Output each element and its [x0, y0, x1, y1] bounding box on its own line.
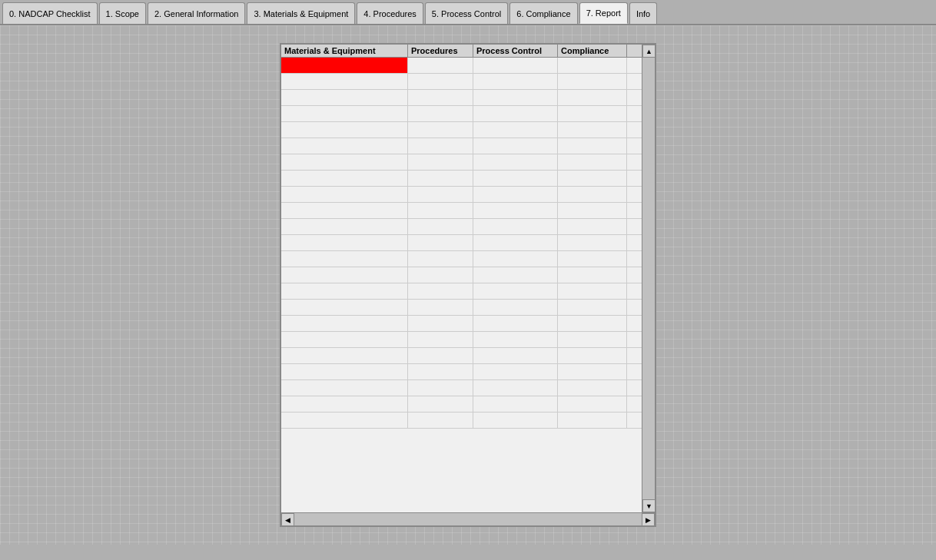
table-row[interactable] — [281, 348, 642, 364]
table-row[interactable] — [281, 283, 642, 300]
tab-procedures[interactable]: 4. Procedures — [357, 2, 423, 24]
table-cell[interactable] — [558, 154, 627, 170]
table-cell[interactable] — [473, 203, 558, 218]
table-cell[interactable] — [558, 187, 627, 202]
table-cell[interactable] — [408, 300, 473, 315]
table-row[interactable] — [281, 251, 642, 267]
table-cell[interactable] — [281, 332, 408, 347]
table-row[interactable] — [281, 74, 642, 90]
scroll-left-button[interactable]: ◀ — [281, 513, 294, 525]
table-cell[interactable] — [281, 90, 408, 105]
table-cell[interactable] — [281, 364, 408, 379]
scroll-track[interactable] — [642, 58, 655, 499]
table-cell[interactable] — [408, 171, 473, 186]
table-cell[interactable] — [473, 332, 558, 347]
table-cell[interactable] — [558, 171, 627, 186]
hscroll-track[interactable] — [294, 513, 642, 525]
table-cell[interactable] — [408, 332, 473, 347]
tab-nadcap-checklist[interactable]: 0. NADCAP Checklist — [2, 2, 98, 24]
table-cell[interactable] — [473, 364, 558, 379]
table-cell[interactable] — [408, 364, 473, 379]
table-cell[interactable] — [558, 300, 627, 315]
table-cell[interactable] — [473, 187, 558, 202]
table-cell[interactable] — [281, 348, 408, 363]
table-row[interactable] — [281, 235, 642, 251]
table-cell[interactable] — [473, 413, 558, 428]
table-cell[interactable] — [408, 122, 473, 138]
table-cell[interactable] — [281, 58, 408, 73]
table-cell[interactable] — [473, 74, 558, 89]
table-cell[interactable] — [281, 138, 408, 154]
table-cell[interactable] — [473, 106, 558, 121]
table-cell[interactable] — [281, 267, 408, 283]
table-cell[interactable] — [281, 251, 408, 267]
table-cell[interactable] — [473, 348, 558, 363]
table-cell[interactable] — [408, 413, 473, 428]
table-cell[interactable] — [558, 122, 627, 138]
table-cell[interactable] — [558, 203, 627, 218]
table-cell[interactable] — [473, 267, 558, 283]
table-row[interactable] — [281, 380, 642, 396]
table-cell[interactable] — [408, 187, 473, 202]
table-cell[interactable] — [558, 380, 627, 396]
table-cell[interactable] — [558, 332, 627, 347]
table-cell[interactable] — [281, 74, 408, 89]
table-cell[interactable] — [558, 413, 627, 428]
table-cell[interactable] — [473, 380, 558, 396]
tab-info[interactable]: Info — [629, 2, 657, 24]
table-cell[interactable] — [473, 219, 558, 234]
table-cell[interactable] — [281, 396, 408, 412]
table-row[interactable] — [281, 396, 642, 413]
table-cell[interactable] — [408, 106, 473, 121]
table-row[interactable] — [281, 300, 642, 316]
table-cell[interactable] — [281, 203, 408, 218]
table-cell[interactable] — [473, 235, 558, 250]
table-cell[interactable] — [408, 251, 473, 267]
table-cell[interactable] — [558, 90, 627, 105]
table-cell[interactable] — [558, 235, 627, 250]
table-cell[interactable] — [281, 235, 408, 250]
table-cell[interactable] — [408, 396, 473, 412]
tab-process-control[interactable]: 5. Process Control — [425, 2, 508, 24]
scroll-up-button[interactable]: ▲ — [642, 45, 655, 58]
table-cell[interactable] — [558, 283, 627, 299]
table-cell[interactable] — [558, 267, 627, 283]
table-cell[interactable] — [408, 154, 473, 170]
table-row[interactable] — [281, 332, 642, 348]
table-cell[interactable] — [473, 283, 558, 299]
table-cell[interactable] — [558, 316, 627, 331]
table-cell[interactable] — [558, 348, 627, 363]
table-cell[interactable] — [408, 74, 473, 89]
table-row[interactable] — [281, 138, 642, 154]
table-cell[interactable] — [473, 300, 558, 315]
table-cell[interactable] — [281, 122, 408, 138]
table-cell[interactable] — [408, 219, 473, 234]
table-row[interactable] — [281, 122, 642, 138]
table-cell[interactable] — [281, 219, 408, 234]
table-row[interactable] — [281, 90, 642, 106]
tab-general-information[interactable]: 2. General Information — [148, 2, 245, 24]
scroll-down-button[interactable]: ▼ — [642, 499, 655, 512]
table-row[interactable] — [281, 413, 642, 429]
table-cell[interactable] — [473, 154, 558, 170]
table-cell[interactable] — [473, 90, 558, 105]
table-row[interactable] — [281, 154, 642, 171]
table-row[interactable] — [281, 106, 642, 122]
table-cell[interactable] — [408, 235, 473, 250]
table-row[interactable] — [281, 267, 642, 283]
table-cell[interactable] — [281, 413, 408, 428]
table-cell[interactable] — [281, 380, 408, 396]
table-cell[interactable] — [281, 154, 408, 170]
table-cell[interactable] — [408, 316, 473, 331]
table-cell[interactable] — [558, 74, 627, 89]
table-row[interactable] — [281, 58, 642, 74]
tab-compliance[interactable]: 6. Compliance — [509, 2, 577, 24]
table-cell[interactable] — [408, 58, 473, 73]
table-cell[interactable] — [558, 364, 627, 379]
table-cell[interactable] — [408, 138, 473, 154]
table-cell[interactable] — [281, 283, 408, 299]
table-row[interactable] — [281, 187, 642, 203]
tab-report[interactable]: 7. Report — [579, 2, 628, 24]
table-row[interactable] — [281, 364, 642, 380]
table-row[interactable] — [281, 316, 642, 332]
